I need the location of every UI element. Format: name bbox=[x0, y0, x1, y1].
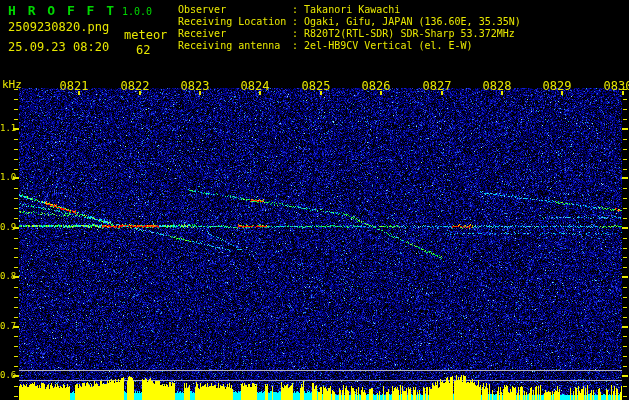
field-label: Receiving Location bbox=[178, 16, 292, 28]
freq-tick-label: 0.7 bbox=[0, 321, 13, 331]
field-value: Takanori Kawachi bbox=[304, 4, 400, 15]
field-label: Observer bbox=[178, 4, 292, 16]
header-field-row: Observer: Takanori Kawachi bbox=[178, 4, 521, 16]
time-tick-label: 0830 bbox=[602, 79, 629, 93]
header-fields: Observer: Takanori KawachiReceiving Loca… bbox=[178, 4, 521, 52]
time-tick-label: 0829 bbox=[541, 79, 573, 93]
field-colon: : bbox=[292, 16, 304, 27]
field-value: 2el-HB9CV Vertical (el. E-W) bbox=[304, 40, 473, 51]
freq-tick-label: 1.1 bbox=[0, 123, 13, 133]
field-label: Receiver bbox=[178, 28, 292, 40]
spectrogram-canvas bbox=[0, 0, 629, 400]
field-colon: : bbox=[292, 28, 304, 39]
time-tick-label: 0822 bbox=[119, 79, 151, 93]
time-tick-label: 0828 bbox=[481, 79, 513, 93]
freq-tick-label: 0.6 bbox=[0, 370, 13, 380]
freq-tick-label: 0.8 bbox=[0, 271, 13, 281]
header-field-row: Receiver: R820T2(RTL-SDR) SDR-Sharp 53.3… bbox=[178, 28, 521, 40]
time-tick-label: 0823 bbox=[179, 79, 211, 93]
field-value: R820T2(RTL-SDR) SDR-Sharp 53.372MHz bbox=[304, 28, 515, 39]
time-tick-label: 0827 bbox=[421, 79, 453, 93]
time-tick-label: 0824 bbox=[239, 79, 271, 93]
time-tick-label: 0825 bbox=[300, 79, 332, 93]
header-field-row: Receiving Location: Ogaki, Gifu, JAPAN (… bbox=[178, 16, 521, 28]
freq-tick-label: 1.0 bbox=[0, 172, 13, 182]
field-value: Ogaki, Gifu, JAPAN (136.60E, 35.35N) bbox=[304, 16, 521, 27]
freq-axis-unit: kHz bbox=[2, 79, 22, 90]
output-filename: 2509230820.png bbox=[8, 21, 109, 33]
app-title: H R O F F T bbox=[8, 4, 116, 17]
mode-label: meteor bbox=[124, 29, 167, 41]
header-field-row: Receiving antenna: 2el-HB9CV Vertical (e… bbox=[178, 40, 521, 52]
field-colon: : bbox=[292, 4, 304, 15]
hrofft-output-screen: H R O F F T 1.0.0 2509230820.png meteor … bbox=[0, 0, 629, 400]
file-datetime: 25.09.23 08:20 bbox=[8, 41, 109, 53]
app-version: 1.0.0 bbox=[122, 7, 152, 17]
time-tick-label: 0821 bbox=[58, 79, 90, 93]
freq-tick-label: 0.9 bbox=[0, 222, 13, 232]
field-colon: : bbox=[292, 40, 304, 51]
meteor-count: 62 bbox=[136, 44, 150, 56]
time-tick-label: 0826 bbox=[360, 79, 392, 93]
field-label: Receiving antenna bbox=[178, 40, 292, 52]
